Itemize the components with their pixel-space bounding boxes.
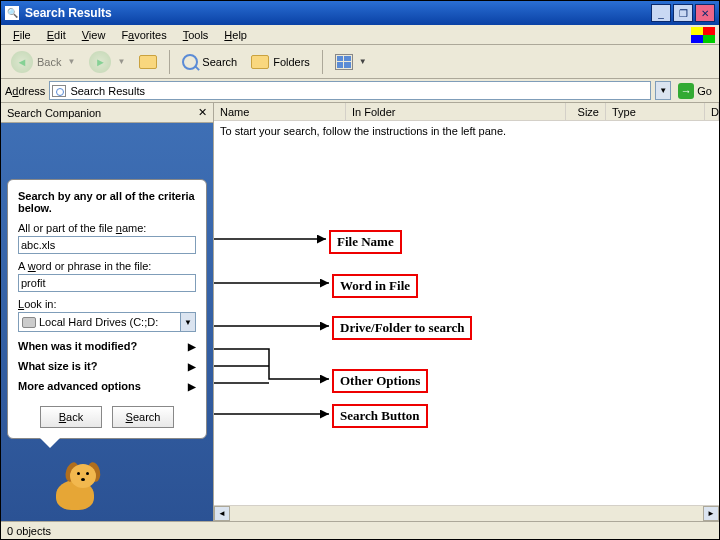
back-button[interactable]: ◄ Back ▼ bbox=[5, 49, 81, 75]
back-form-button[interactable]: Back bbox=[40, 406, 102, 428]
minimize-button[interactable]: _ bbox=[651, 4, 671, 22]
toolbar-folders-button[interactable]: Folders bbox=[245, 53, 316, 71]
menu-file[interactable]: File bbox=[5, 27, 39, 43]
results-instruction: To start your search, follow the instruc… bbox=[220, 125, 506, 137]
address-dropdown-button[interactable]: ▼ bbox=[655, 81, 671, 100]
menu-bar: File Edit View Favorites Tools Help bbox=[1, 25, 719, 45]
column-headers: Name In Folder Size Type D bbox=[214, 103, 719, 121]
results-pane: Name In Folder Size Type D To start your… bbox=[214, 103, 719, 521]
toolbar-separator-2 bbox=[322, 50, 323, 74]
modified-label: When was it modified? bbox=[18, 340, 137, 352]
lookin-value: Local Hard Drives (C:;D: bbox=[39, 316, 158, 328]
folders-icon bbox=[251, 55, 269, 69]
forward-dropdown-icon: ▼ bbox=[117, 57, 125, 66]
advanced-label: More advanced options bbox=[18, 380, 141, 392]
forward-icon: ► bbox=[89, 51, 111, 73]
search-companion-header: Search Companion ✕ bbox=[1, 103, 213, 123]
status-text: 0 objects bbox=[7, 525, 51, 537]
go-arrow-icon: → bbox=[678, 83, 694, 99]
search-icon bbox=[182, 54, 198, 70]
maximize-button[interactable]: ❐ bbox=[673, 4, 693, 22]
phrase-input[interactable] bbox=[18, 274, 196, 292]
lookin-label: Look in: bbox=[18, 298, 196, 310]
address-bar: Address Search Results ▼ → Go bbox=[1, 79, 719, 103]
window-title: Search Results bbox=[25, 6, 649, 20]
button-row: Back Search bbox=[18, 406, 196, 428]
chevron-right-icon: ▶ bbox=[188, 381, 196, 392]
scroll-left-button[interactable]: ◄ bbox=[214, 506, 230, 521]
toolbar-separator bbox=[169, 50, 170, 74]
menu-help[interactable]: Help bbox=[216, 27, 255, 43]
address-location-icon bbox=[52, 85, 66, 97]
address-value: Search Results bbox=[70, 85, 145, 97]
menu-tools[interactable]: Tools bbox=[175, 27, 217, 43]
size-expander[interactable]: What size is it? ▶ bbox=[18, 360, 196, 372]
search-heading: Search by any or all of the criteria bel… bbox=[18, 190, 196, 214]
lookin-select[interactable]: Local Hard Drives (C:;D: ▼ bbox=[18, 312, 196, 332]
search-companion-title: Search Companion bbox=[7, 107, 101, 119]
modified-expander[interactable]: When was it modified? ▶ bbox=[18, 340, 196, 352]
drive-icon bbox=[22, 317, 36, 328]
chevron-right-icon: ▶ bbox=[188, 361, 196, 372]
scroll-right-button[interactable]: ► bbox=[703, 506, 719, 521]
toolbar-folders-label: Folders bbox=[273, 56, 310, 68]
views-icon bbox=[335, 54, 353, 70]
toolbar-search-label: Search bbox=[202, 56, 237, 68]
size-label: What size is it? bbox=[18, 360, 97, 372]
callout-filename: File Name bbox=[329, 230, 402, 254]
filename-label: All or part of the file name: bbox=[18, 222, 196, 234]
search-form-balloon: Search by any or all of the criteria bel… bbox=[7, 179, 207, 439]
results-content: To start your search, follow the instruc… bbox=[214, 121, 719, 505]
horizontal-scrollbar[interactable]: ◄ ► bbox=[214, 505, 719, 521]
back-dropdown-icon: ▼ bbox=[67, 57, 75, 66]
up-button[interactable] bbox=[133, 53, 163, 71]
callout-other: Other Options bbox=[332, 369, 428, 393]
advanced-expander[interactable]: More advanced options ▶ bbox=[18, 380, 196, 392]
menu-favorites[interactable]: Favorites bbox=[113, 27, 174, 43]
search-companion-body: Search by any or all of the criteria bel… bbox=[1, 123, 213, 521]
col-extra[interactable]: D bbox=[705, 103, 719, 120]
back-icon: ◄ bbox=[11, 51, 33, 73]
back-label: Back bbox=[37, 56, 61, 68]
col-size[interactable]: Size bbox=[566, 103, 606, 120]
title-bar: 🔍 Search Results _ ❐ ✕ bbox=[1, 1, 719, 25]
search-button[interactable]: Search bbox=[112, 406, 174, 428]
windows-flag-icon bbox=[691, 27, 715, 43]
callout-searchbtn: Search Button bbox=[332, 404, 428, 428]
callout-drive: Drive/Folder to search bbox=[332, 316, 472, 340]
folder-up-icon bbox=[139, 55, 157, 69]
lookin-dropdown-button[interactable]: ▼ bbox=[180, 313, 195, 331]
col-infolder[interactable]: In Folder bbox=[346, 103, 566, 120]
callout-word: Word in File bbox=[332, 274, 418, 298]
address-input-box[interactable]: Search Results bbox=[49, 81, 651, 100]
views-button[interactable]: ▼ bbox=[329, 52, 373, 72]
status-bar: 0 objects bbox=[1, 521, 719, 539]
search-companion-pane: Search Companion ✕ Search by any or all … bbox=[1, 103, 214, 521]
menu-view[interactable]: View bbox=[74, 27, 114, 43]
search-dog-icon bbox=[46, 462, 106, 517]
col-type[interactable]: Type bbox=[606, 103, 705, 120]
app-icon: 🔍 bbox=[5, 6, 19, 20]
main-area: Search Companion ✕ Search by any or all … bbox=[1, 103, 719, 521]
close-pane-button[interactable]: ✕ bbox=[198, 106, 207, 119]
menu-edit[interactable]: Edit bbox=[39, 27, 74, 43]
address-label: Address bbox=[5, 85, 45, 97]
close-button[interactable]: ✕ bbox=[695, 4, 715, 22]
forward-button[interactable]: ► ▼ bbox=[83, 49, 131, 75]
scroll-track[interactable] bbox=[230, 506, 703, 521]
phrase-label: A word or phrase in the file: bbox=[18, 260, 196, 272]
toolbar-search-button[interactable]: Search bbox=[176, 52, 243, 72]
col-name[interactable]: Name bbox=[214, 103, 346, 120]
chevron-right-icon: ▶ bbox=[188, 341, 196, 352]
views-dropdown-icon: ▼ bbox=[359, 57, 367, 66]
go-label: Go bbox=[697, 85, 712, 97]
go-button[interactable]: → Go bbox=[675, 83, 715, 99]
filename-input[interactable] bbox=[18, 236, 196, 254]
toolbar: ◄ Back ▼ ► ▼ Search Folders ▼ bbox=[1, 45, 719, 79]
